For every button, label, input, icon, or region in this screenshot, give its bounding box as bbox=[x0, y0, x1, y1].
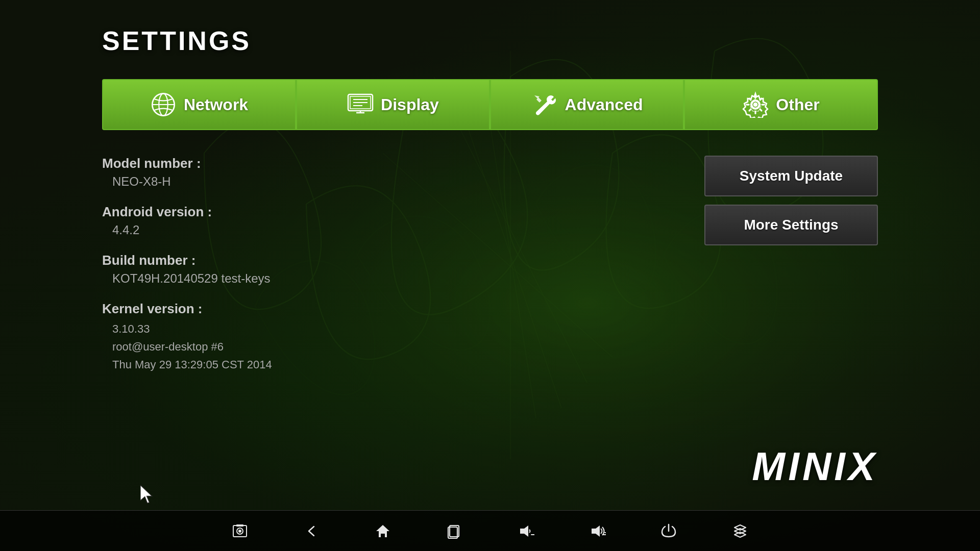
info-left: Model number : NEO-X8-H Android version … bbox=[102, 156, 664, 389]
svg-line-24 bbox=[761, 98, 762, 100]
svg-point-30 bbox=[238, 530, 241, 533]
recents-icon bbox=[446, 522, 463, 540]
kernel-value: 3.10.33 root@user-desktop #6 Thu May 29 … bbox=[102, 320, 664, 374]
network-icon bbox=[150, 91, 177, 118]
build-label: Build number : bbox=[102, 253, 664, 268]
advanced-icon bbox=[531, 91, 558, 118]
display-icon bbox=[347, 91, 374, 118]
layers-icon bbox=[731, 522, 749, 540]
bottom-bar bbox=[0, 510, 980, 551]
brand-logo: MINIX bbox=[752, 443, 878, 490]
nav-btn-display[interactable]: Display bbox=[296, 79, 490, 130]
nav-buttons: Network Display Advanced bbox=[102, 79, 878, 130]
svg-marker-34 bbox=[520, 525, 528, 537]
nav-btn-other-label: Other bbox=[776, 95, 819, 114]
screenshot-button[interactable] bbox=[230, 521, 250, 541]
volume-up-button[interactable] bbox=[587, 521, 607, 541]
home-icon bbox=[374, 522, 391, 540]
other-icon bbox=[742, 91, 769, 118]
kernel-label: Kernel version : bbox=[102, 301, 664, 317]
kernel-value-line1: 3.10.33 bbox=[112, 320, 664, 338]
build-row: Build number : KOT49H.20140529 test-keys bbox=[102, 253, 664, 286]
model-label: Model number : bbox=[102, 156, 664, 171]
android-value: 4.4.2 bbox=[102, 223, 664, 237]
layers-button[interactable] bbox=[730, 521, 750, 541]
power-button[interactable] bbox=[658, 521, 679, 541]
kernel-value-line3: Thu May 29 13:29:05 CST 2014 bbox=[112, 356, 664, 373]
info-section: Model number : NEO-X8-H Android version … bbox=[102, 156, 878, 389]
volume-up-icon bbox=[589, 522, 606, 540]
android-label: Android version : bbox=[102, 204, 664, 220]
model-value: NEO-X8-H bbox=[102, 174, 664, 189]
svg-line-23 bbox=[749, 98, 751, 100]
nav-btn-network-label: Network bbox=[184, 95, 248, 114]
nav-btn-advanced-label: Advanced bbox=[565, 95, 643, 114]
build-value: KOT49H.20140529 test-keys bbox=[102, 271, 664, 286]
svg-point-27 bbox=[753, 103, 758, 107]
home-button[interactable] bbox=[373, 521, 393, 541]
page-title: SETTINGS bbox=[102, 26, 878, 56]
system-update-button[interactable]: System Update bbox=[704, 156, 878, 196]
more-settings-button[interactable]: More Settings bbox=[704, 205, 878, 245]
nav-btn-other[interactable]: Other bbox=[684, 79, 878, 130]
svg-line-26 bbox=[761, 109, 762, 111]
nav-btn-display-label: Display bbox=[381, 95, 439, 114]
kernel-row: Kernel version : 3.10.33 root@user-deskt… bbox=[102, 301, 664, 374]
nav-btn-advanced[interactable]: Advanced bbox=[490, 79, 684, 130]
back-button[interactable] bbox=[301, 521, 322, 541]
volume-down-icon bbox=[517, 522, 534, 540]
model-row: Model number : NEO-X8-H bbox=[102, 156, 664, 189]
recents-button[interactable] bbox=[444, 521, 464, 541]
kernel-value-line2: root@user-desktop #6 bbox=[112, 338, 664, 356]
screenshot-icon bbox=[231, 522, 249, 540]
svg-line-25 bbox=[749, 109, 751, 111]
back-icon bbox=[303, 522, 320, 540]
svg-rect-31 bbox=[236, 524, 243, 527]
nav-btn-network[interactable]: Network bbox=[102, 79, 296, 130]
svg-marker-36 bbox=[592, 525, 600, 537]
power-icon bbox=[660, 522, 677, 540]
volume-down-button[interactable] bbox=[516, 521, 536, 541]
info-right: System Update More Settings bbox=[704, 156, 878, 245]
android-row: Android version : 4.4.2 bbox=[102, 204, 664, 237]
